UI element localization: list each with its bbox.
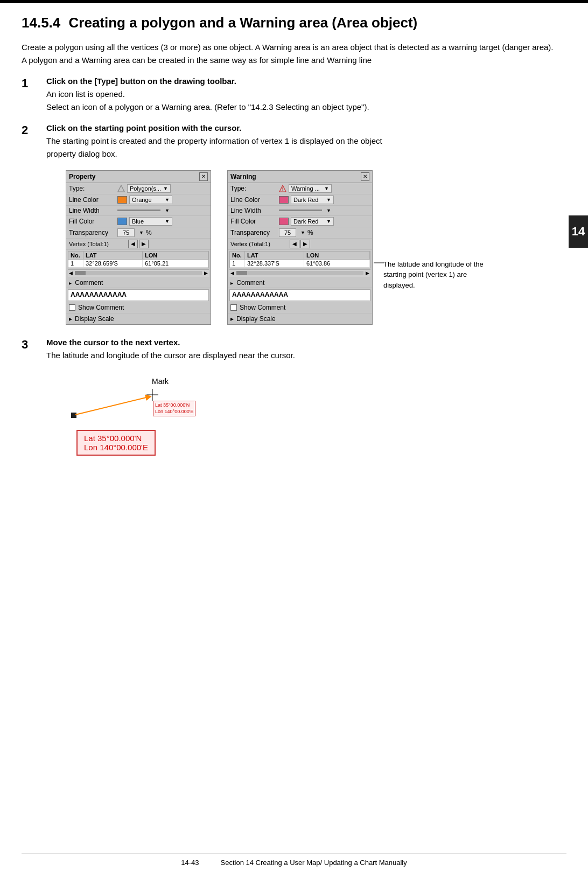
vertex-next-left[interactable]: ▶ (139, 240, 149, 248)
scrollbar-left[interactable]: ◀ ▶ (68, 269, 209, 277)
scroll-track-right (236, 271, 363, 275)
fill-color-dropdown-right[interactable]: Dark Red ▼ (291, 217, 334, 226)
transparency-row-left: Transparency 75 ▼ % (66, 227, 211, 239)
scroll-right-arrow-right[interactable]: ▶ (365, 270, 370, 276)
step-1: 1 Click on the [Type] button on the draw… (22, 76, 566, 114)
small-tooltip: Lat 35°00.000'N Lon 140°00.000'E (153, 401, 195, 416)
dialog-right: Warning ✕ Type: (227, 170, 373, 325)
line-width-sample-left (117, 210, 160, 211)
type-dropdown-right[interactable]: Warning ... ▼ (289, 184, 332, 193)
section-title: 14.5.4 Creating a polygon and a Warning … (22, 14, 566, 32)
side-tab: 14 (569, 215, 588, 248)
line-color-dropdown-right[interactable]: Dark Red ▼ (291, 196, 334, 204)
type-row-right: Type: Warning ... ▼ (228, 183, 372, 194)
line-width-row-left: Line Width ▼ (66, 206, 211, 216)
line-color-dropdown-left[interactable]: Orange ▼ (129, 196, 172, 204)
fill-color-row-right: Fill Color Dark Red ▼ (228, 216, 372, 227)
scroll-track-left (75, 271, 202, 275)
scroll-thumb-left (75, 271, 86, 275)
table-left: No. LAT LON 1 32°28.659'S 61°05.21 (68, 251, 209, 268)
dialog-titlebar-left: Property ✕ (66, 171, 211, 183)
show-comment-checkbox-right[interactable] (230, 304, 237, 311)
annotation-group: The latitude and longitude of the starti… (383, 259, 491, 291)
transparency-row-right: Transparency 75 ▼ % (228, 227, 372, 239)
line-color-row-left: Line Color Orange ▼ (66, 194, 211, 206)
fill-color-row-left: Fill Color Blue ▼ (66, 216, 211, 227)
vertex-prev-left[interactable]: ◀ (128, 240, 138, 248)
vertex-prev-right[interactable]: ◀ (290, 240, 299, 248)
scroll-left-arrow[interactable]: ◀ (68, 270, 74, 276)
intro-text: Create a polygon using all the vertices … (22, 41, 566, 67)
table-right: No. LAT LON 1 32°28.337'S 61°03.86 (229, 251, 370, 268)
comment-section-right: ▸ Comment (228, 278, 372, 288)
scroll-right-arrow[interactable]: ▶ (203, 270, 209, 276)
show-comment-row-left: Show Comment (66, 302, 211, 313)
show-comment-row-right: Show Comment (228, 302, 372, 313)
close-button-left[interactable]: ✕ (199, 172, 208, 181)
warning-icon (279, 185, 286, 192)
cursor-demo: Mark Lat 35°00.000'N Lon 140°00.000'E La… (66, 371, 238, 478)
transparency-input-left[interactable]: 75 (117, 228, 135, 237)
vertex-row-left: Vertex (Total:1) ◀ ▶ (66, 239, 211, 250)
dialog-titlebar-right: Warning ✕ (228, 171, 372, 183)
display-scale-row-left: ▸ Display Scale (66, 313, 211, 324)
step-3: 3 Move the cursor to the next vertex. Th… (22, 338, 566, 478)
fill-color-swatch-right (279, 218, 289, 225)
svg-point-3 (282, 190, 283, 191)
page-footer: 14-43 Section 14 Creating a User Map/ Up… (22, 854, 566, 867)
fill-color-swatch-left (117, 218, 127, 225)
line-width-sample-right (279, 210, 322, 211)
table-row-right: 1 32°28.337'S 61°03.86 (230, 260, 370, 268)
type-dropdown-left[interactable]: Polygon(s... ▼ (127, 184, 171, 193)
transparency-input-right[interactable]: 75 (279, 228, 296, 237)
type-row-left: Type: Polygon(s... ▼ (66, 183, 211, 194)
dialog-left: Property ✕ Type: (66, 170, 211, 325)
step-2: 2 Click on the starting point position w… (22, 123, 566, 325)
dropdown-arrow: ▼ (163, 186, 168, 191)
display-scale-row-right: ▸ Display Scale (228, 313, 372, 324)
line-color-swatch-left (117, 196, 127, 204)
scroll-left-arrow-right[interactable]: ◀ (229, 270, 235, 276)
line-color-swatch-right (279, 196, 289, 204)
vertex-next-right[interactable]: ▶ (300, 240, 310, 248)
mark-label: Mark (152, 377, 169, 386)
page-content: 14.5.4 Creating a polygon and a Warning … (0, 3, 588, 510)
lat-lon-box: Lat 35°00.000'N Lon 140°00.000'E (76, 430, 156, 456)
svg-line-6 (75, 396, 151, 415)
vertex-row-right: Vertex (Total:1) ◀ ▶ (228, 239, 372, 250)
polygon-icon (117, 185, 125, 192)
fill-color-dropdown-left[interactable]: Blue ▼ (129, 217, 172, 226)
scrollbar-right[interactable]: ◀ ▶ (229, 269, 370, 277)
comment-text-left[interactable]: AAAAAAAAAAAA (68, 289, 209, 301)
comment-text-right[interactable]: AAAAAAAAAAAA (229, 289, 370, 301)
table-row-left: 1 32°28.659'S 61°05.21 (68, 260, 208, 268)
table-header-left: No. LAT LON (68, 252, 208, 260)
scroll-thumb-right (236, 271, 247, 275)
show-comment-checkbox-left[interactable] (69, 304, 75, 311)
svg-marker-0 (118, 185, 124, 192)
table-header-right: No. LAT LON (230, 252, 370, 260)
annotation-text: The latitude and longitude of the starti… (383, 259, 491, 291)
line-color-row-right: Line Color Dark Red ▼ (228, 194, 372, 206)
comment-section-left: ▸ Comment (66, 278, 211, 288)
line-width-row-right: Line Width ▼ (228, 206, 372, 216)
dialogs-row: Property ✕ Type: (66, 170, 566, 325)
close-button-right[interactable]: ✕ (361, 172, 369, 181)
